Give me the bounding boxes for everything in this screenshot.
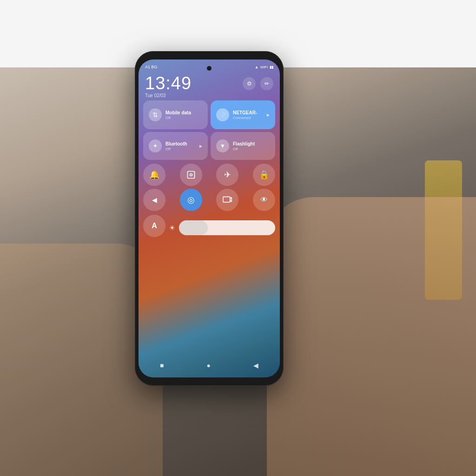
scene: A1 BG ▲ WiFi ▮▮ 13:49 Tue 02/03 ⚙ ✏ xyxy=(0,0,476,476)
flashlight-status: Off xyxy=(233,147,270,151)
qs-row-mid-1: ✦ Bluetooth Off ▶ ▼ Flashlight Off xyxy=(143,132,275,160)
settings-button[interactable]: ⚙ xyxy=(243,77,256,90)
wifi-status: Connected xyxy=(233,116,263,120)
screen-capture-button[interactable] xyxy=(180,164,202,186)
svg-rect-2 xyxy=(223,197,230,202)
data-saver-button[interactable]: ◎ xyxy=(180,189,202,211)
nav-bar: ■ ● ◀ xyxy=(139,357,280,374)
wifi-name: NETGEAR- xyxy=(233,110,263,116)
bluetooth-tile[interactable]: ✦ Bluetooth Off ▶ xyxy=(143,132,208,160)
mobile-data-name: Mobile data xyxy=(165,110,202,116)
qs-row-big-1: ⇅ Mobile data Off NETGEA xyxy=(143,100,275,129)
bluetooth-text: Bluetooth Off xyxy=(165,141,196,151)
clock-area: 13:49 Tue 02/03 xyxy=(145,74,192,98)
svg-rect-0 xyxy=(187,172,194,178)
status-bar: A1 BG ▲ WiFi ▮▮ xyxy=(139,60,280,74)
font-size-button[interactable]: A xyxy=(143,215,165,237)
recents-nav-button[interactable]: ■ xyxy=(160,362,164,369)
top-right-icons: ⚙ ✏ xyxy=(243,77,273,90)
screen-record-button[interactable] xyxy=(216,189,238,211)
small-icons-row-1: 🔔 ✈ 🔒 xyxy=(143,164,275,186)
clock-date: Tue 02/03 xyxy=(145,93,192,98)
wifi-tile-icon xyxy=(216,108,229,121)
airplane-button[interactable]: ✈ xyxy=(216,164,238,186)
flashlight-name: Flashlight xyxy=(233,141,270,147)
flashlight-tile[interactable]: ▼ Flashlight Off xyxy=(211,132,275,160)
wifi-status-icon: WiFi xyxy=(260,65,268,69)
eye-comfort-button[interactable]: 👁 xyxy=(253,189,275,211)
bluetooth-icon: ✦ xyxy=(149,139,162,152)
mobile-data-tile[interactable]: ⇅ Mobile data Off xyxy=(143,100,208,129)
small-icons-row-2: ◀ ◎ 👁 xyxy=(143,189,275,211)
quick-settings-panel: ⇅ Mobile data Off NETGEA xyxy=(143,100,275,241)
flashlight-text: Flashlight Off xyxy=(233,141,270,151)
mobile-data-text: Mobile data Off xyxy=(165,110,202,120)
status-icons: ▲ WiFi ▮▮ xyxy=(255,65,273,69)
chair-detail xyxy=(425,160,462,300)
back-nav-button[interactable]: ◀ xyxy=(253,362,258,369)
svg-point-1 xyxy=(190,174,192,176)
mobile-data-icon: ⇅ xyxy=(149,108,162,121)
brightness-icon: ☀ xyxy=(169,224,175,231)
bluetooth-status: Off xyxy=(165,147,196,151)
signal-icon: ▲ xyxy=(255,65,258,69)
brightness-fill xyxy=(179,220,208,235)
lock-button[interactable]: 🔒 xyxy=(253,164,275,186)
flashlight-icon: ▼ xyxy=(216,139,229,152)
bell-button[interactable]: 🔔 xyxy=(143,164,165,186)
bluetooth-arrow: ▶ xyxy=(199,144,202,148)
phone-screen: A1 BG ▲ WiFi ▮▮ 13:49 Tue 02/03 ⚙ ✏ xyxy=(139,60,280,377)
wifi-text: NETGEAR- Connected xyxy=(233,110,263,120)
location-button[interactable]: ◀ xyxy=(143,189,165,211)
wifi-arrow: ▶ xyxy=(267,113,270,117)
phone-outer: A1 BG ▲ WiFi ▮▮ 13:49 Tue 02/03 ⚙ ✏ xyxy=(135,51,284,386)
brightness-row: ☀ xyxy=(169,220,275,235)
font-brightness-row: A ☀ xyxy=(143,215,275,241)
wifi-tile[interactable]: NETGEAR- Connected ▶ xyxy=(211,100,275,129)
bluetooth-name: Bluetooth xyxy=(165,141,196,147)
clock-time: 13:49 xyxy=(145,74,192,92)
home-nav-button[interactable]: ● xyxy=(206,362,210,369)
mobile-data-status: Off xyxy=(165,116,202,120)
edit-button[interactable]: ✏ xyxy=(260,77,273,90)
battery-icon: ▮▮ xyxy=(270,65,273,69)
carrier-label: A1 BG xyxy=(145,65,158,69)
brightness-bar[interactable] xyxy=(179,220,275,235)
